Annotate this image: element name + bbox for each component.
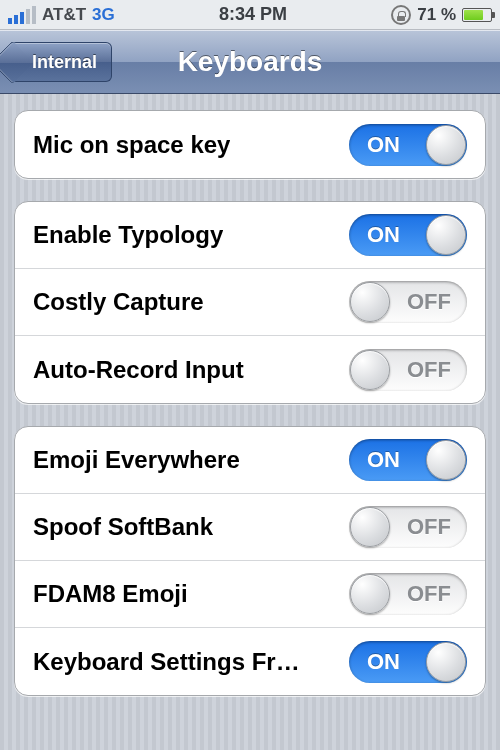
- rotation-lock-icon: [391, 5, 411, 25]
- settings-row-enable-typology: Enable Typology ON: [15, 202, 485, 269]
- row-label: Auto-Record Input: [33, 356, 244, 384]
- settings-row-mic-on-space-key: Mic on space key ON: [15, 111, 485, 178]
- toggle-costly-capture[interactable]: OFF: [349, 281, 467, 323]
- toggle-mic-on-space-key[interactable]: ON: [349, 124, 467, 166]
- toggle-auto-record-input[interactable]: OFF: [349, 349, 467, 391]
- network-label: 3G: [92, 5, 115, 25]
- status-bar: AT&T 3G 8:34 PM 71 %: [0, 0, 500, 30]
- status-left: AT&T 3G: [8, 5, 115, 25]
- nav-bar: Internal Keyboards: [0, 30, 500, 94]
- back-button-label: Internal: [32, 52, 97, 73]
- status-right: 71 %: [391, 5, 492, 25]
- row-label: Keyboard Settings Fr…: [33, 648, 300, 676]
- settings-row-costly-capture: Costly Capture OFF: [15, 269, 485, 336]
- row-label: FDAM8 Emoji: [33, 580, 188, 608]
- carrier-label: AT&T: [42, 5, 86, 25]
- row-label: Mic on space key: [33, 131, 230, 159]
- toggle-enable-typology[interactable]: ON: [349, 214, 467, 256]
- settings-row-fdam8-emoji: FDAM8 Emoji OFF: [15, 561, 485, 628]
- row-label: Emoji Everywhere: [33, 446, 240, 474]
- battery-percent-label: 71 %: [417, 5, 456, 25]
- back-button[interactable]: Internal: [10, 42, 112, 82]
- toggle-keyboard-settings-fr[interactable]: ON: [349, 641, 467, 683]
- clock-label: 8:34 PM: [219, 4, 287, 25]
- settings-group: Mic on space key ON: [14, 110, 486, 179]
- toggle-emoji-everywhere[interactable]: ON: [349, 439, 467, 481]
- settings-row-keyboard-settings-fr: Keyboard Settings Fr… ON: [15, 628, 485, 695]
- signal-strength-icon: [8, 6, 36, 24]
- settings-row-emoji-everywhere: Emoji Everywhere ON: [15, 427, 485, 494]
- settings-group: Enable Typology ON Costly Capture OFF Au…: [14, 201, 486, 404]
- row-label: Costly Capture: [33, 288, 204, 316]
- settings-row-spoof-softbank: Spoof SoftBank OFF: [15, 494, 485, 561]
- toggle-fdam8-emoji[interactable]: OFF: [349, 573, 467, 615]
- settings-content: Mic on space key ON Enable Typology ON C…: [0, 94, 500, 734]
- row-label: Enable Typology: [33, 221, 223, 249]
- settings-group: Emoji Everywhere ON Spoof SoftBank OFF F…: [14, 426, 486, 696]
- battery-icon: [462, 8, 492, 22]
- toggle-spoof-softbank[interactable]: OFF: [349, 506, 467, 548]
- page-title: Keyboards: [178, 46, 323, 78]
- settings-row-auto-record-input: Auto-Record Input OFF: [15, 336, 485, 403]
- row-label: Spoof SoftBank: [33, 513, 213, 541]
